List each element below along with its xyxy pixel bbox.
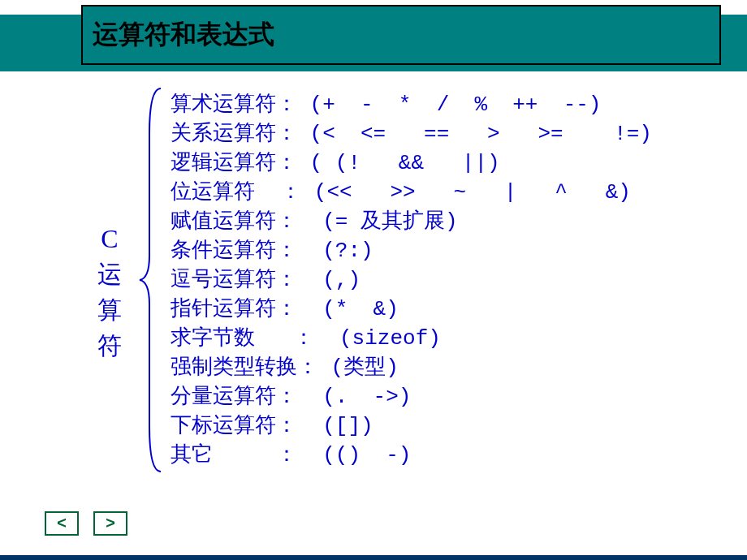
list-item: 逻辑运算符： ( (! && ||)	[171, 149, 731, 178]
list-item: 分量运算符： (. ->)	[171, 382, 731, 411]
prev-button[interactable]: <	[45, 511, 79, 536]
label-line2: 算	[81, 292, 138, 328]
list-item: 算术运算符： (+ - * / % ++ --)	[171, 90, 731, 119]
bottom-edge	[0, 555, 747, 560]
list-item: 赋值运算符： (= 及其扩展)	[171, 207, 731, 236]
list-item: 其它 ： (() -)	[171, 441, 731, 470]
title-box: 运算符和表达式	[81, 5, 721, 65]
page-title: 运算符和表达式	[93, 17, 274, 53]
operator-list: 算术运算符： (+ - * / % ++ --) 关系运算符： (< <= ==…	[164, 90, 731, 470]
next-button[interactable]: >	[93, 511, 127, 536]
label-line3: 符	[81, 328, 138, 364]
list-item: 条件运算符： (?:)	[171, 236, 731, 265]
nav-buttons: < >	[45, 511, 127, 536]
list-item: 关系运算符： (< <= == > >= !=)	[171, 119, 731, 149]
brace-icon	[138, 85, 164, 475]
category-label: C 运 算 符	[81, 196, 138, 364]
label-c: C	[81, 221, 138, 256]
list-item: 位运算符 ： (<< >> ~ | ^ &)	[171, 178, 731, 207]
list-item: 下标运算符： ([])	[171, 411, 731, 441]
label-line1: 运	[81, 256, 138, 292]
list-item: 指针运算符： (* &)	[171, 295, 731, 324]
content-area: C 运 算 符 算术运算符： (+ - * / % ++ --) 关系运算符： …	[81, 85, 731, 475]
list-item: 逗号运算符： (,)	[171, 265, 731, 295]
list-item: 求字节数 ： (sizeof)	[171, 324, 731, 353]
list-item: 强制类型转换： (类型)	[171, 353, 731, 382]
